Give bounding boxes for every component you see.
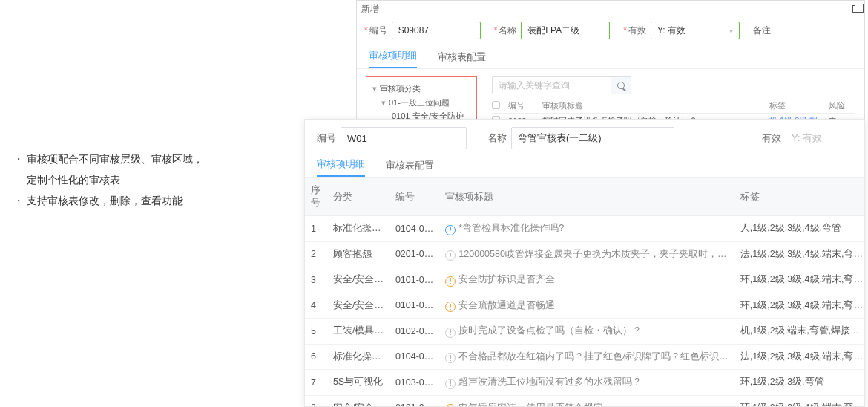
front-code-input[interactable]: W01	[341, 127, 467, 149]
col-cat: 分类	[327, 178, 389, 216]
cell-title: !安全防护标识是否齐全	[439, 267, 734, 293]
maximize-icon[interactable]	[852, 5, 860, 13]
bullet-dot: ・	[13, 149, 27, 190]
col-title: 审核项标题	[439, 178, 734, 216]
cell-code: 0103-0…	[389, 370, 439, 396]
front-table: 序号 分类 编号 审核项标题 标签 风险 1标准化操…0104-0…!*弯管检具…	[305, 178, 864, 406]
back-checkbox-all[interactable]	[492, 101, 500, 109]
cell-code: 0201-0…	[389, 241, 439, 267]
cell-seq: 2	[305, 241, 327, 267]
info-icon: !	[445, 276, 456, 287]
cell-title: !120000580岐管焊接金属夹子更换为木质夹子，夹子夹取时，…	[439, 241, 734, 267]
cell-code: 0104-0…	[389, 344, 439, 370]
cell-cat: 5S与可视化	[327, 370, 389, 396]
back-col-title: 审核项标题	[542, 100, 769, 111]
table-row[interactable]: 1标准化操…0104-0…!*弯管检具标准化操作吗?人,1级,2级,3级,4级,…	[305, 216, 864, 242]
cell-cat: 顾客抱怨	[327, 241, 389, 267]
cell-title: !超声波清洗工位地面没有过多的水残留吗？	[439, 370, 734, 396]
tree-root[interactable]: 审核项分类	[380, 84, 421, 93]
cell-tag: 环,1级,2级,3级,4级,端末,弯…	[734, 395, 864, 406]
front-name-input[interactable]: 弯管审核表(一二级)	[511, 127, 674, 149]
back-col-code: 编号	[508, 100, 542, 111]
info-icon: !	[445, 379, 456, 389]
info-icon: !	[445, 225, 456, 235]
table-row[interactable]: 75S与可视化0103-0…!超声波清洗工位地面没有过多的水残留吗？环,1级,2…	[305, 370, 864, 396]
caption-1-line1: 审核项配合不同审核层级、审核区域，	[27, 153, 203, 165]
bullet-dot: ・	[13, 190, 27, 211]
front-valid-label: 有效	[762, 131, 781, 145]
cell-seq: 1	[305, 216, 327, 242]
cell-cat: 安全/安全…	[327, 395, 389, 406]
table-row[interactable]: 5工装/模具…0102-0…!按时完成了设备点检了吗（自检・确认）？机,1级,2…	[305, 319, 864, 345]
front-code-label: 编号	[317, 131, 336, 145]
cell-title: !安全疏散通道是否畅通	[439, 293, 734, 319]
table-row[interactable]: 2顾客抱怨0201-0…!120000580岐管焊接金属夹子更换为木质夹子，夹子…	[305, 241, 864, 267]
table-row[interactable]: 3安全/安全…0101-0…!安全防护标识是否齐全环,1级,2级,3级,4级,端…	[305, 267, 864, 293]
cell-title: !电气插座安装，使用是否符合规定	[439, 395, 734, 406]
tree-node-01[interactable]: 01-一般上位问题	[389, 98, 450, 107]
cell-tag: 法,1级,2级,3级,4级,端末,弯…	[734, 344, 864, 370]
cell-seq: 7	[305, 370, 327, 396]
caption-2: 支持审核表修改，删除，查看功能	[27, 190, 183, 211]
cell-seq: 5	[305, 319, 327, 345]
info-icon: !	[445, 250, 456, 261]
back-valid-select[interactable]: Y: 有效▾	[651, 22, 740, 39]
back-col-risk: 风险	[829, 100, 855, 111]
back-search-input[interactable]: 请输入关键字查询	[492, 76, 611, 94]
cell-tag: 环,1级,2级,3级,4级,端末,弯…	[734, 293, 864, 319]
cell-code: 0102-0…	[389, 319, 439, 345]
cell-title: !不合格品都放在红箱内了吗？挂了红色标识牌了吗？红色标识…	[439, 344, 734, 370]
cell-seq: 3	[305, 267, 327, 293]
cell-seq: 6	[305, 344, 327, 370]
col-seq: 序号	[305, 178, 327, 216]
back-name-label: 名称	[494, 25, 517, 37]
cell-tag: 环,1级,2级,3级,弯管	[734, 370, 864, 396]
back-code-input[interactable]: S09087	[392, 22, 481, 39]
back-dialog-title: 新增	[361, 3, 379, 16]
chevron-down-icon: ▾	[729, 27, 733, 35]
front-tab-detail[interactable]: 审核项明细	[317, 157, 365, 177]
table-row[interactable]: 6标准化操…0104-0…!不合格品都放在红箱内了吗？挂了红色标识牌了吗？红色标…	[305, 344, 864, 370]
cell-tag: 环,1级,2级,3级,4级,端末,弯…	[734, 267, 864, 293]
cell-code: 0101-0…	[389, 293, 439, 319]
col-tag: 标签	[734, 178, 864, 216]
front-tab-config[interactable]: 审核表配置	[386, 159, 434, 177]
back-tab-detail[interactable]: 审核项明细	[369, 49, 417, 68]
info-icon: !	[445, 353, 456, 363]
info-icon: !	[445, 328, 456, 338]
cell-tag: 人,1级,2级,3级,4级,弯管	[734, 216, 864, 242]
cell-cat: 标准化操…	[327, 216, 389, 242]
cell-code: 0104-0…	[389, 216, 439, 242]
front-panel: 编号 W01 名称 弯管审核表(一二级) 有效 Y: 有效 审核项明细 审核表配…	[304, 119, 865, 407]
search-icon	[617, 82, 625, 89]
back-code-label: 编号	[364, 25, 387, 37]
back-name-input[interactable]: 装配LPA二级	[521, 22, 610, 39]
back-valid-label: 有效	[623, 25, 646, 37]
cell-cat: 工装/模具…	[327, 319, 389, 345]
cell-title: !*弯管检具标准化操作吗?	[439, 216, 734, 242]
table-row[interactable]: 8安全/安全…0101-0…!电气插座安装，使用是否符合规定环,1级,2级,3级…	[305, 395, 864, 406]
front-name-label: 名称	[487, 131, 507, 145]
cell-tag: 机,1级,2级,端末,弯管,焊接…	[734, 319, 864, 345]
info-icon: !	[445, 404, 456, 406]
table-row[interactable]: 4安全/安全…0101-0…!安全疏散通道是否畅通环,1级,2级,3级,4级,端…	[305, 293, 864, 319]
back-tab-config[interactable]: 审核表配置	[438, 51, 486, 68]
cell-code: 0101-0…	[389, 395, 439, 406]
cell-seq: 4	[305, 293, 327, 319]
cell-title: !按时完成了设备点检了吗（自检・确认）？	[439, 319, 734, 345]
front-valid-input[interactable]: Y: 有效	[786, 127, 852, 149]
cell-code: 0101-0…	[389, 267, 439, 293]
cell-seq: 8	[305, 395, 327, 406]
caption-list: ・ 审核项配合不同审核层级、审核区域， 定制个性化的审核表 ・ 支持审核表修改，…	[13, 149, 266, 211]
cell-cat: 标准化操…	[327, 344, 389, 370]
cell-cat: 安全/安全…	[327, 267, 389, 293]
cell-tag: 法,1级,2级,3级,4级,端末,弯…	[734, 241, 864, 267]
info-icon: !	[445, 302, 456, 312]
back-note-label: 备注	[753, 25, 771, 37]
cell-cat: 安全/安全…	[327, 293, 389, 319]
caption-1-line2: 定制个性化的审核表	[27, 174, 120, 186]
col-code: 编号	[389, 178, 439, 216]
back-col-tag: 标签	[769, 100, 829, 111]
back-search-button[interactable]	[611, 76, 631, 94]
